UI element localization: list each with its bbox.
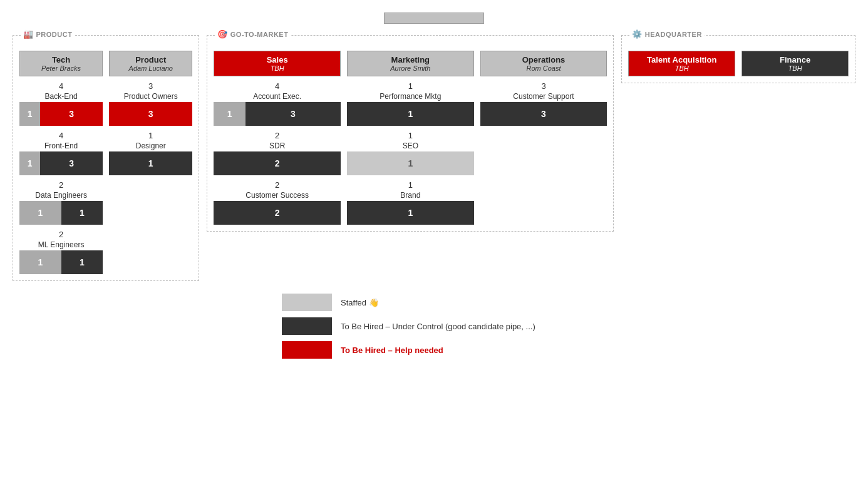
cols-row-gtm: SalesTBH4Account Exec.132SDR22Customer S… xyxy=(214,51,607,225)
legend-swatch-tbh-ok xyxy=(282,317,332,335)
section-label-gtm: 🎯GO-TO-MARKET xyxy=(215,29,291,39)
role-name: SEO xyxy=(403,141,418,150)
bar-tbh-ok: 1 xyxy=(61,201,103,225)
bar-tbh-ok: 3 xyxy=(480,102,607,126)
bar-tbh-ok: 3 xyxy=(245,102,341,126)
role-count: 4 xyxy=(275,81,279,91)
role-group-tech-1: 4Front-End13 xyxy=(19,131,103,175)
role-bars: 11 xyxy=(19,250,103,274)
role-name: Back-End xyxy=(45,92,78,101)
bar-tbh-ok: 1 xyxy=(347,102,474,126)
legend-item-1: To Be Hired – Under Control (good candid… xyxy=(282,317,855,335)
dept-col-product: ProductAdam Luciano3Product Owners31Desi… xyxy=(109,51,192,274)
role-group-product-0: 3Product Owners3 xyxy=(109,81,192,126)
bar-tbh-help: 3 xyxy=(109,102,192,126)
dept-name-operations: Operations xyxy=(483,55,604,64)
role-name: Customer Success xyxy=(245,191,309,200)
dept-col-tech: TechPeter Bracks4Back-End134Front-End132… xyxy=(19,51,103,274)
dept-col-talent: Talent AcquisitionTBH xyxy=(628,51,735,76)
cols-row-product: TechPeter Bracks4Back-End134Front-End132… xyxy=(19,51,192,274)
section-icon-gtm: 🎯 xyxy=(217,29,228,39)
legend-text-2: To Be Hired – Help needed xyxy=(341,346,443,355)
role-name: Customer Support xyxy=(513,92,574,101)
role-bars: 13 xyxy=(19,102,103,126)
role-bars: 2 xyxy=(214,201,341,225)
cols-row-hq: Talent AcquisitionTBHFinanceTBH xyxy=(628,51,849,76)
bar-staffed: 1 xyxy=(19,102,40,126)
role-group-product-1: 1Designer1 xyxy=(109,131,192,175)
dept-col-marketing: MarketingAurore Smith1Performance Mktg11… xyxy=(347,51,474,225)
role-bars: 1 xyxy=(347,151,474,175)
section-label-product: 🏭PRODUCT xyxy=(21,29,75,39)
dept-person-operations: Rom Coast xyxy=(483,64,604,72)
bar-staffed: 1 xyxy=(19,151,40,175)
dept-col-operations: OperationsRom Coast3Customer Support3 xyxy=(480,51,607,225)
role-count: 2 xyxy=(59,180,63,190)
section-icon-product: 🏭 xyxy=(23,29,34,39)
dept-header-finance: FinanceTBH xyxy=(741,51,849,76)
dept-person-tech: Peter Bracks xyxy=(23,64,100,72)
role-count: 2 xyxy=(59,230,63,239)
bar-staffed: 1 xyxy=(214,102,245,126)
role-bars: 1 xyxy=(347,102,474,126)
role-bars: 13 xyxy=(19,151,103,175)
role-name: Front-End xyxy=(44,141,78,150)
section-icon-hq: ⚙️ xyxy=(632,29,643,39)
bar-tbh-help: 3 xyxy=(40,102,103,126)
dept-name-marketing: Marketing xyxy=(350,55,471,64)
role-count: 1 xyxy=(408,81,413,91)
dept-col-sales: SalesTBH4Account Exec.132SDR22Customer S… xyxy=(214,51,341,225)
role-bars: 3 xyxy=(480,102,607,126)
role-name: Performance Mktg xyxy=(380,92,441,101)
section-hq: ⚙️HEADQUARTERTalent AcquisitionTBHFinanc… xyxy=(621,35,855,83)
dept-header-talent: Talent AcquisitionTBH xyxy=(628,51,735,76)
bar-tbh-ok: 1 xyxy=(61,250,103,274)
dept-col-finance: FinanceTBH xyxy=(741,51,849,76)
role-group-marketing-2: 1Brand1 xyxy=(347,180,474,225)
dept-header-marketing: MarketingAurore Smith xyxy=(347,51,474,76)
role-name: SDR xyxy=(269,141,285,150)
role-bars: 2 xyxy=(214,151,341,175)
dept-name-talent: Talent Acquisition xyxy=(631,55,732,64)
section-gtm: 🎯GO-TO-MARKETSalesTBH4Account Exec.132SD… xyxy=(207,35,614,232)
role-bars: 1 xyxy=(109,151,192,175)
legend: Staffed 👋To Be Hired – Under Control (go… xyxy=(282,294,855,359)
dept-header-operations: OperationsRom Coast xyxy=(480,51,607,76)
page: 🏭PRODUCTTechPeter Bracks4Back-End134Fron… xyxy=(0,0,868,492)
role-name: Brand xyxy=(400,191,420,200)
role-count: 1 xyxy=(408,180,413,190)
role-name: Account Exec. xyxy=(253,92,301,101)
dept-person-talent: TBH xyxy=(631,64,732,72)
bar-staffed: 1 xyxy=(19,250,61,274)
role-group-sales-0: 4Account Exec.13 xyxy=(214,81,341,126)
role-count: 3 xyxy=(148,81,153,91)
dept-header-sales: SalesTBH xyxy=(214,51,341,76)
bar-staffed: 1 xyxy=(19,201,61,225)
role-count: 2 xyxy=(275,180,279,190)
role-count: 4 xyxy=(59,81,63,91)
dept-name-tech: Tech xyxy=(23,55,100,64)
role-name: Data Engineers xyxy=(35,191,87,200)
role-name: Product Owners xyxy=(124,92,178,101)
role-group-sales-1: 2SDR2 xyxy=(214,131,341,175)
dept-name-sales: Sales xyxy=(217,55,338,64)
ceo-box xyxy=(384,13,484,24)
role-group-tech-0: 4Back-End13 xyxy=(19,81,103,126)
bar-tbh-ok: 2 xyxy=(214,201,341,225)
legend-item-0: Staffed 👋 xyxy=(282,294,855,311)
bar-tbh-ok: 3 xyxy=(40,151,103,175)
role-group-sales-2: 2Customer Success2 xyxy=(214,180,341,225)
dept-name-product: Product xyxy=(112,55,189,64)
role-bars: 3 xyxy=(109,102,192,126)
section-product: 🏭PRODUCTTechPeter Bracks4Back-End134Fron… xyxy=(13,35,199,281)
role-count: 3 xyxy=(541,81,545,91)
bar-staffed-light: 1 xyxy=(347,151,474,175)
role-group-marketing-1: 1SEO1 xyxy=(347,131,474,175)
role-bars: 1 xyxy=(347,201,474,225)
sections-row: 🏭PRODUCTTechPeter Bracks4Back-End134Fron… xyxy=(13,35,855,281)
role-count: 4 xyxy=(59,131,63,140)
dept-person-sales: TBH xyxy=(217,64,338,72)
role-count: 2 xyxy=(275,131,279,140)
role-group-tech-3: 2ML Engineers11 xyxy=(19,230,103,274)
bar-tbh-ok: 1 xyxy=(109,151,192,175)
